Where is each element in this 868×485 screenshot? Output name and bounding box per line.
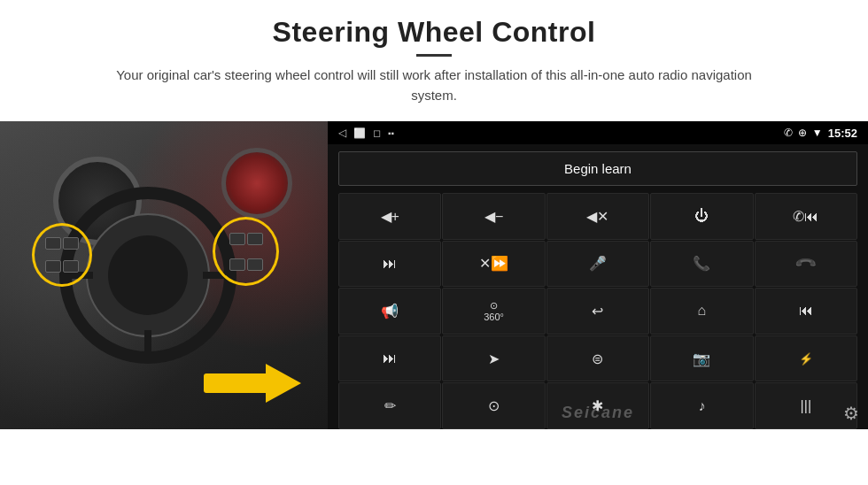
mini-btn-1 [45,237,61,250]
begin-learn-button[interactable]: Begin learn [338,151,857,186]
prev-track-icon: ✆⏮ [793,208,818,225]
vol-up-button[interactable]: ◀+ [338,193,441,240]
mic2-button[interactable]: ✏ [338,382,441,429]
wheel-button-group-left [32,223,92,287]
nav-button[interactable]: ➤ [442,335,545,382]
steering-icon: ⊙ [488,397,500,414]
vol-down-icon: ◀− [484,208,503,225]
call-button[interactable]: 📞 [650,241,753,288]
mute-icon: ◀✕ [586,208,608,225]
mini-btn-7 [229,258,245,271]
back-icon: ◁ [338,127,346,139]
arrow-pointer [204,364,301,403]
next-icon: ⏭ [383,256,397,272]
mini-btn-2 [63,237,79,250]
levels-button[interactable]: ||| [755,382,857,429]
status-left: ◁ ⬜ ◻ ▪▪ [338,127,394,139]
eject-button[interactable]: ⊜ [546,335,649,382]
camera-icon: 📷 [693,350,710,367]
back-nav-icon: ↩ [592,303,603,319]
status-right: ✆ ⊕ ▼ 15:52 [784,127,857,140]
music-icon: ♪ [698,398,705,414]
mute-button[interactable]: ◀✕ [546,193,649,240]
end-call-icon: 📞 [794,251,818,276]
wheel-button-group-right [213,217,279,286]
vol-down-button[interactable]: ◀− [442,193,545,240]
music-button[interactable]: ♪ [650,382,753,429]
steering-btn[interactable]: ⊙ [442,382,545,429]
equalizer-button[interactable]: ⚡ [755,335,857,382]
mini-btn-8 [247,258,263,271]
mic2-icon: ✏ [384,397,396,414]
fast-forward-icon: ✕⏩ [479,255,508,272]
subtitle: Your original car's steering wheel contr… [97,65,771,105]
title-divider [416,54,452,57]
vol-up-icon: ◀+ [381,208,399,225]
home-icon: ⬜ [353,127,366,139]
prev-track-button[interactable]: ✆⏮ [755,193,857,240]
back-button[interactable]: ↩ [546,288,649,335]
next-button[interactable]: ⏭ [338,241,441,288]
camera-button[interactable]: 📷 [650,335,753,382]
skip-fwd-icon: ⏭ [383,350,397,366]
eject-icon: ⊜ [592,350,603,367]
wheel-center [108,235,188,315]
call-icon: 📞 [693,255,710,272]
location-icon: ⊕ [798,127,807,139]
home-nav-icon: ⌂ [698,303,707,319]
controls-grid: ◀+ ◀− ◀✕ ⏻ ✆⏮ ⏭ ✕⏩ [328,193,868,429]
skip-back-button[interactable]: ⏮ [755,288,857,335]
settings-gear-button[interactable]: ⚙ [843,403,859,424]
signal-icon: ▪▪ [388,128,394,138]
android-panel: ◁ ⬜ ◻ ▪▪ ✆ ⊕ ▼ 15:52 Begin learn [328,121,868,429]
steering-wheel-panel [0,121,328,429]
cam360-icon: ⊙360° [484,300,504,322]
mic-button[interactable]: 🎤 [546,241,649,288]
phone-status-icon: ✆ [784,127,793,139]
spoke-bottom [144,330,151,357]
home-nav-button[interactable]: ⌂ [650,288,753,335]
cam360-button[interactable]: ⊙360° [442,288,545,335]
wifi-icon: ▼ [812,127,823,139]
time-display: 15:52 [828,127,857,140]
levels-icon: ||| [801,398,811,414]
content-row: ◁ ⬜ ◻ ▪▪ ✆ ⊕ ▼ 15:52 Begin learn [0,121,868,429]
mini-btn-3 [45,260,61,273]
status-bar: ◁ ⬜ ◻ ▪▪ ✆ ⊕ ▼ 15:52 [328,121,868,144]
end-call-button[interactable]: 📞 [755,241,857,288]
seicane-watermark: Seicane [562,404,634,422]
horn-button[interactable]: 📢 [338,288,441,335]
mini-btn-4 [63,260,79,273]
steering-wheel [59,187,236,364]
power-button[interactable]: ⏻ [650,193,753,240]
recent-icon: ◻ [373,127,381,139]
power-icon: ⏻ [694,208,709,224]
header-section: Steering Wheel Control Your original car… [0,0,868,114]
mini-btn-5 [229,233,245,245]
equalizer-icon: ⚡ [799,352,813,366]
mic-icon: 🎤 [589,255,607,272]
nav-icon: ➤ [488,350,500,367]
skip-back-icon: ⏮ [799,303,813,319]
page-title: Steering Wheel Control [35,16,833,49]
horn-icon: 📢 [381,303,399,319]
skip-fwd-button[interactable]: ⏭ [338,335,441,382]
mini-btn-6 [247,233,263,245]
begin-learn-row: Begin learn [328,144,868,193]
fast-forward-button[interactable]: ✕⏩ [442,241,545,288]
page-container: Steering Wheel Control Your original car… [0,0,868,485]
